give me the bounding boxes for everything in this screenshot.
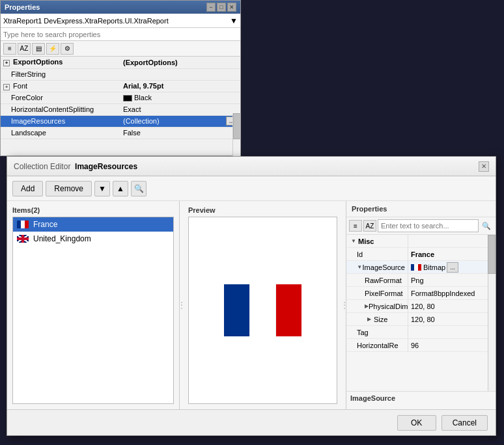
right-search-icon[interactable]: 🔍 [480, 219, 493, 232]
expand-icon[interactable]: + [3, 60, 10, 66]
events-btn[interactable]: ⚡ [46, 43, 59, 55]
table-row: + Font Arial, 9.75pt [1, 80, 240, 92]
expand-icon[interactable]: + [3, 84, 10, 90]
misc-section-key: ▼ Misc [346, 235, 408, 247]
properties-btn[interactable]: ▤ [32, 43, 45, 55]
dropdown-arrow-icon: ▼ [230, 16, 238, 25]
physical-dim-label: PhysicalDime [369, 303, 408, 310]
image-source-label: ImageSource [363, 263, 405, 271]
flag-blue-stripe [224, 284, 249, 336]
image-source-value[interactable]: Bitmap ... [408, 261, 496, 273]
image-source-expand-icon[interactable]: ▼ [357, 264, 363, 270]
restore-button[interactable]: □ [217, 3, 226, 12]
close-button[interactable]: ✕ [227, 3, 236, 12]
alpha-sort-btn[interactable]: AZ [363, 220, 376, 232]
dialog-close-button[interactable]: ✕ [479, 161, 489, 172]
uk-flag-icon [17, 235, 29, 243]
resize-handle-2[interactable] [343, 201, 346, 409]
property-pages-btn[interactable]: ⚙ [61, 43, 74, 55]
france-flag-icon [17, 221, 29, 228]
size-label: Size [374, 316, 387, 323]
pixel-format-value: Format8bppIndexed [408, 287, 496, 299]
remove-button[interactable]: Remove [46, 181, 92, 196]
tag-key: Tag [346, 326, 408, 338]
search-input[interactable] [3, 31, 238, 38]
right-scrollbar-thumb[interactable] [488, 235, 496, 274]
dialog-title-bold: ImageResources [75, 162, 137, 171]
prop-key: HorizontalContentSplitting [1, 103, 120, 115]
right-props-table: ▼ Misc Id France ▼ ImageSource [346, 235, 496, 391]
tag-row: Tag [346, 326, 496, 339]
list-item[interactable]: United_Kingdom [13, 232, 173, 246]
properties-title: Properties [5, 3, 40, 11]
source-flag-icon [411, 264, 421, 271]
properties-toolbar: ≡ AZ ▤ ⚡ ⚙ [1, 41, 240, 57]
prop-key: ForeColor [1, 92, 120, 103]
tag-value[interactable] [408, 326, 496, 338]
pixel-format-row: PixelFormat Format8bppIndexed [346, 287, 496, 300]
categorized-btn[interactable]: ≡ [3, 43, 16, 55]
right-properties-panel: Properties ≡ AZ 🔍 ▼ Misc Id [346, 201, 496, 409]
move-down-button[interactable]: ▼ [94, 181, 110, 196]
add-button[interactable]: Add [12, 181, 43, 196]
flag-red-stripe [276, 284, 301, 336]
dialog-title-static: Collection Editor [14, 162, 70, 171]
alphabetical-btn[interactable]: AZ [18, 43, 31, 55]
id-key: Id [346, 248, 408, 260]
ok-button[interactable]: OK [397, 415, 436, 431]
dialog-footer: OK Cancel [7, 409, 496, 435]
id-value[interactable]: France [408, 248, 496, 260]
ellipsis-button[interactable]: ... [447, 262, 458, 273]
size-expand-icon[interactable]: ▶ [365, 316, 374, 322]
right-scrollbar[interactable] [488, 235, 496, 391]
categorized-sort-btn[interactable]: ≡ [349, 220, 362, 232]
horizontal-re-row: HorizontalRe 96 [346, 339, 496, 352]
physical-dim-key: ▶ PhysicalDime [346, 300, 408, 312]
item-label: United_Kingdom [33, 234, 91, 243]
prop-value: Black [120, 92, 240, 103]
dialog-toolbar: Add Remove ▼ ▲ 🔍 [7, 176, 496, 201]
flag-white-stripe [249, 284, 276, 336]
prop-value: (ExportOptions) [120, 57, 240, 68]
size-row: ▶ Size 120, 80 [346, 313, 496, 326]
france-flag-preview [224, 284, 302, 336]
horizontal-re-key: HorizontalRe [346, 339, 408, 351]
component-dropdown-value: XtraReport1 DevExpress.XtraReports.UI.Xt… [3, 17, 169, 25]
component-dropdown-row[interactable]: XtraReport1 DevExpress.XtraReports.UI.Xt… [1, 14, 240, 28]
prop-value: Arial, 9.75pt [120, 80, 240, 92]
prop-key: + Font [1, 80, 120, 92]
properties-table: + ExportOptions (ExportOptions) FilterSt… [1, 57, 240, 139]
cancel-button[interactable]: Cancel [441, 415, 488, 431]
physical-dim-row: ▶ PhysicalDime 120, 80 [346, 300, 496, 313]
search-icon: 🔍 [134, 184, 144, 193]
right-props-toolbar: ≡ AZ 🔍 [346, 217, 496, 235]
table-row: HorizontalContentSplitting Exact [1, 103, 240, 115]
minimize-button[interactable]: − [206, 3, 216, 12]
image-source-row: ▼ ImageSource Bitmap ... [346, 261, 496, 274]
prop-value: Exact [120, 103, 240, 115]
prop-label: Font [13, 82, 27, 90]
items-label: Items(2) [12, 206, 174, 214]
search-button[interactable]: 🔍 [131, 181, 147, 196]
prop-key: Landscape [1, 127, 120, 139]
title-bar-controls: − □ ✕ [206, 3, 236, 12]
misc-label: Misc [358, 237, 374, 245]
scrollbar-thumb[interactable] [233, 113, 241, 139]
search-row [1, 28, 240, 41]
dialog-body: Items(2) France United_Kingdom Preview [7, 201, 496, 409]
properties-panel: Properties − □ ✕ XtraReport1 DevExpress.… [0, 0, 241, 156]
table-row[interactable]: ImageResources (Collection) ... [1, 115, 240, 127]
move-up-button[interactable]: ▲ [113, 181, 128, 196]
table-row: FilterString [1, 68, 240, 80]
right-props-label: Properties [346, 201, 496, 217]
collection-editor-dialog: Collection Editor ImageResources ✕ Add R… [7, 156, 496, 436]
right-props-search-input[interactable] [378, 219, 479, 232]
collapse-icon[interactable]: ▼ [349, 238, 358, 244]
preview-area [188, 217, 337, 404]
list-item[interactable]: France [13, 217, 173, 232]
prop-label: ExportOptions [13, 58, 63, 66]
misc-section-row: ▼ Misc [346, 235, 496, 248]
table-row: + ExportOptions (ExportOptions) [1, 57, 240, 68]
properties-title-bar: Properties − □ ✕ [1, 1, 240, 14]
size-key: ▶ Size [346, 313, 408, 325]
